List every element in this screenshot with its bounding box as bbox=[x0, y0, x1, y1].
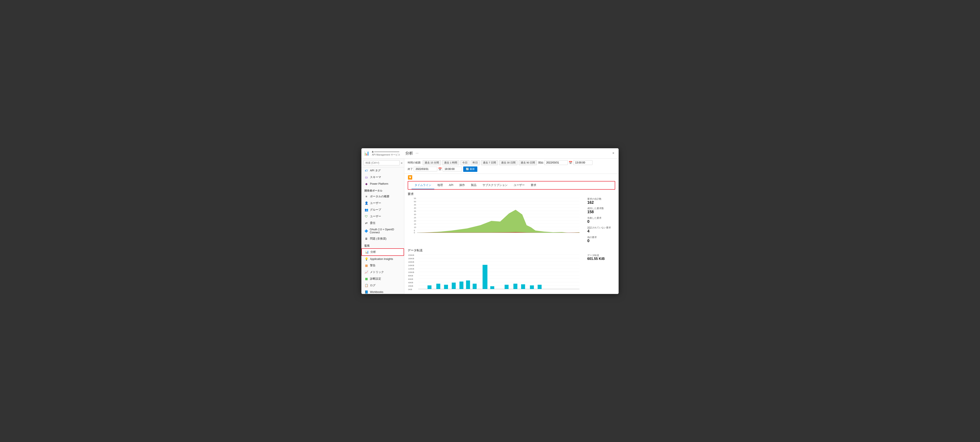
start-time-input[interactable] bbox=[573, 160, 592, 165]
time-btn-1hour[interactable]: 過去 1 時間 bbox=[442, 160, 459, 165]
sidebar-item-api-tag[interactable]: 🏷 API タグ bbox=[361, 167, 404, 174]
sidebar-item-diag-settings[interactable]: ▦ 診断設定 bbox=[361, 275, 404, 282]
main-window: 📊 a ――――――――― API Management サービス 分析 ···… bbox=[361, 148, 619, 294]
refresh-button[interactable]: 🔄 最新 bbox=[463, 167, 477, 172]
sidebar-item-app-insights[interactable]: 💡 Application Insights bbox=[361, 256, 404, 262]
success-requests-block: 成功した要求数 158 bbox=[587, 207, 615, 214]
start-calendar-icon[interactable]: 📅 bbox=[569, 161, 572, 164]
svg-rect-49 bbox=[436, 284, 440, 289]
sidebar-item-schema[interactable]: 🗂 スキーマ bbox=[361, 174, 404, 181]
portal-overview-icon: ≡ bbox=[364, 195, 368, 198]
sidebar-item-users[interactable]: 👤 ユーザー bbox=[361, 200, 404, 207]
tabs-row: タイムライン 地理 API 操作 製品 サブスクリプション ユーザー 要求 bbox=[408, 181, 615, 189]
tab-users[interactable]: ユーザー bbox=[511, 181, 528, 189]
sidebar-label-analytics: 分析 bbox=[371, 250, 376, 254]
collapse-icon[interactable]: « bbox=[401, 161, 402, 165]
svg-text:10: 10 bbox=[414, 226, 416, 228]
main-layout: « 🏷 API タグ 🗂 スキーマ ◆ Power Platform 開発者ポー… bbox=[361, 159, 619, 294]
sidebar-label-metrics: メトリック bbox=[370, 270, 384, 274]
close-button[interactable]: × bbox=[611, 150, 616, 156]
failed-requests-block: 失敗した要求 0 bbox=[587, 216, 615, 224]
svg-rect-52 bbox=[459, 281, 463, 289]
other-requests-block: 他の要求 0 bbox=[587, 236, 615, 243]
tab-api[interactable]: API bbox=[446, 182, 457, 189]
data-transfer-svg: 200KiB 180KiB 160KiB 140KiB 120KiB 100Ki… bbox=[408, 254, 584, 291]
content-area: 時間の範囲 過去 15 分間 過去 1 時間 今日 昨日 過去 7 日間 過去 … bbox=[404, 159, 619, 294]
more-options-icon[interactable]: ··· bbox=[415, 151, 418, 155]
svg-marker-24 bbox=[417, 210, 579, 233]
metrics-icon: 📈 bbox=[364, 270, 368, 274]
sidebar-label-schema: スキーマ bbox=[370, 175, 381, 179]
data-transfer-block: データ転送 601.55 KiB bbox=[587, 254, 615, 261]
svg-text:25: 25 bbox=[414, 216, 416, 219]
filter-icon[interactable]: 🔽 bbox=[408, 175, 412, 180]
sidebar-item-user-shield[interactable]: 🛡 ユーザー bbox=[361, 213, 404, 220]
sidebar-label-users: ユーザー bbox=[370, 201, 381, 205]
svg-rect-61 bbox=[538, 285, 541, 289]
time-btn-15min[interactable]: 過去 15 分間 bbox=[423, 160, 441, 165]
sidebar-label-app-insights: Application Insights bbox=[370, 258, 393, 261]
svg-rect-57 bbox=[504, 285, 508, 289]
delegate-icon: ⇄ bbox=[364, 221, 368, 225]
time-btn-7days[interactable]: 過去 7 日間 bbox=[481, 160, 498, 165]
svg-rect-51 bbox=[452, 283, 456, 289]
schema-icon: 🗂 bbox=[364, 175, 368, 179]
sidebar-item-power-platform[interactable]: ◆ Power Platform bbox=[361, 181, 404, 187]
sidebar-label-issues: 問題 (非推奨) bbox=[370, 237, 387, 241]
sidebar-item-oauth[interactable]: 🔷 OAuth 2.0 + OpenID Connect bbox=[361, 226, 404, 235]
svg-rect-53 bbox=[466, 280, 470, 289]
svg-text:80KiB: 80KiB bbox=[408, 275, 413, 277]
requests-chart-section: 要求 55 50 45 40 35 30 25 bbox=[408, 192, 615, 245]
tab-operations[interactable]: 操作 bbox=[457, 181, 468, 189]
svg-rect-60 bbox=[530, 285, 534, 289]
time-btn-yesterday[interactable]: 昨日 bbox=[471, 160, 480, 165]
data-transfer-chart-title: データ転送 bbox=[408, 248, 615, 253]
end-label: 終了 bbox=[408, 167, 413, 171]
total-requests-value: 162 bbox=[587, 200, 615, 205]
sidebar-item-groups[interactable]: 👥 グループ bbox=[361, 207, 404, 213]
sidebar-item-analytics[interactable]: 📊 分析 bbox=[361, 248, 404, 256]
app-info: a ――――――――― API Management サービス bbox=[372, 150, 400, 156]
tab-timeline[interactable]: タイムライン bbox=[412, 181, 434, 189]
svg-text:0KiB: 0KiB bbox=[408, 289, 412, 291]
sidebar-label-alerts: 警告 bbox=[370, 264, 375, 267]
svg-rect-56 bbox=[490, 286, 494, 289]
sidebar-item-logs[interactable]: 📋 ログ bbox=[361, 282, 404, 289]
sidebar-label-power-platform: Power Platform bbox=[370, 182, 388, 185]
sidebar-label-workbooks: Workbooks bbox=[370, 291, 383, 294]
svg-text:0: 0 bbox=[414, 232, 415, 234]
tab-requests[interactable]: 要求 bbox=[528, 181, 539, 189]
sidebar-item-delegate[interactable]: ⇄ 委任 bbox=[361, 220, 404, 226]
logs-icon: 📋 bbox=[364, 284, 368, 287]
time-btn-90days[interactable]: 過去 90 日間 bbox=[519, 160, 537, 165]
other-requests-value: 0 bbox=[587, 239, 615, 243]
time-btn-today[interactable]: 今日 bbox=[460, 160, 469, 165]
svg-text:50: 50 bbox=[414, 200, 416, 203]
sidebar-item-metrics[interactable]: 📈 メトリック bbox=[361, 269, 404, 275]
app-icon: 📊 bbox=[364, 151, 369, 156]
sidebar-item-workbooks[interactable]: 📘 Workbooks bbox=[361, 289, 404, 294]
end-date-input[interactable] bbox=[414, 167, 437, 172]
start-date-input[interactable] bbox=[544, 160, 568, 165]
sidebar-label-groups: グループ bbox=[370, 208, 381, 211]
sidebar-item-alerts[interactable]: ▦ 警告 bbox=[361, 262, 404, 269]
svg-rect-48 bbox=[427, 285, 431, 289]
time-btn-30days[interactable]: 過去 30 日間 bbox=[499, 160, 517, 165]
search-input[interactable] bbox=[364, 160, 399, 165]
analytics-icon: 📊 bbox=[365, 250, 369, 254]
end-time-input[interactable] bbox=[442, 167, 462, 172]
svg-text:35: 35 bbox=[414, 210, 416, 212]
sidebar-section-dev-portal: 開発者ポータル bbox=[361, 187, 404, 193]
data-transfer-label: データ転送 bbox=[587, 254, 615, 257]
diag-settings-icon: ▦ bbox=[364, 277, 368, 280]
sidebar-item-portal-overview[interactable]: ≡ ポータルの概要 bbox=[361, 193, 404, 200]
sidebar-item-issues[interactable]: 🖥 問題 (非推奨) bbox=[361, 235, 404, 242]
svg-rect-55 bbox=[482, 265, 487, 289]
charts-area: 要求 55 50 45 40 35 30 25 bbox=[404, 189, 619, 294]
svg-text:5: 5 bbox=[414, 229, 415, 232]
tab-products[interactable]: 製品 bbox=[468, 181, 479, 189]
svg-rect-58 bbox=[513, 284, 517, 289]
tab-geo[interactable]: 地理 bbox=[434, 181, 446, 189]
end-calendar-icon[interactable]: 📅 bbox=[438, 167, 442, 171]
tab-subscriptions[interactable]: サブスクリプション bbox=[479, 181, 511, 189]
